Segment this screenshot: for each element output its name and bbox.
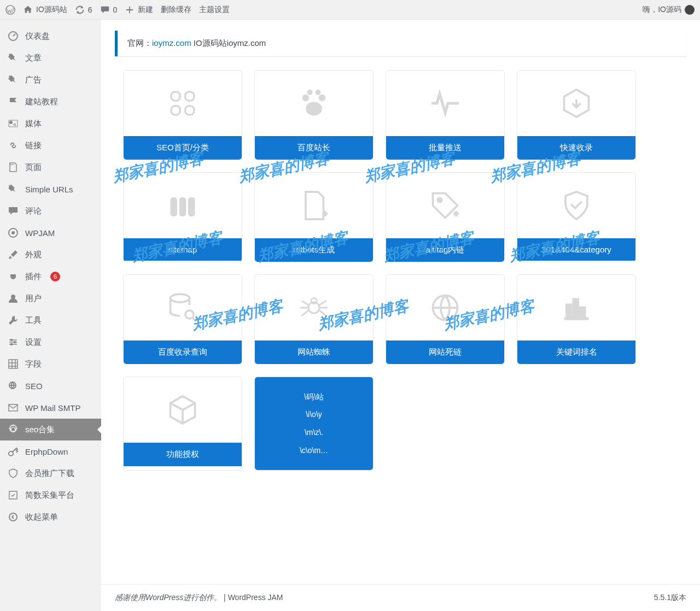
updates-count: 6 <box>88 5 92 14</box>
avatar <box>685 5 695 15</box>
comments-count: 0 <box>113 5 118 14</box>
admin-bar: IO源码站 6 0 新建 删除缓存 主题设置 嗨，IO源码 <box>0 0 700 20</box>
wp-logo[interactable] <box>5 5 15 15</box>
cache-link[interactable]: 删除缓存 <box>161 5 191 15</box>
new-label: 新建 <box>138 5 153 15</box>
theme-link[interactable]: 主题设置 <box>199 5 230 15</box>
comments-link[interactable]: 0 <box>100 5 118 15</box>
new-link[interactable]: 新建 <box>125 5 153 15</box>
site-name: IO源码站 <box>36 5 67 15</box>
greeting-text: 嗨，IO源码 <box>643 5 681 15</box>
updates-link[interactable]: 6 <box>75 5 92 15</box>
greeting-link[interactable]: 嗨，IO源码 <box>643 5 695 15</box>
site-link[interactable]: IO源码站 <box>23 5 67 15</box>
